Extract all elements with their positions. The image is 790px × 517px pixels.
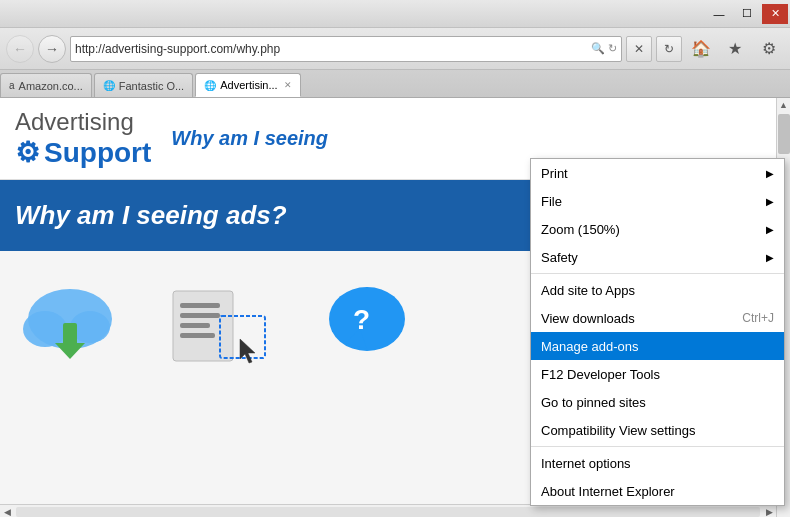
menu-item-f12-tools[interactable]: F12 Developer Tools <box>531 360 784 388</box>
svg-text:?: ? <box>353 304 370 335</box>
minimize-button[interactable]: — <box>706 4 732 24</box>
refresh-button[interactable]: ↻ <box>656 36 682 62</box>
arrow-icon: ▶ <box>766 168 774 179</box>
svg-rect-9 <box>180 333 215 338</box>
cloud-download-svg <box>15 281 125 371</box>
close-button[interactable]: ✕ <box>762 4 788 24</box>
tabs-bar: a Amazon.co... 🌐 Fantastic O... 🌐 Advert… <box>0 70 790 98</box>
tab-label-amazon: Amazon.co... <box>19 80 83 92</box>
home-button[interactable]: 🏠 <box>686 34 716 64</box>
svg-point-1 <box>23 311 67 347</box>
favorites-button[interactable]: ★ <box>720 34 750 64</box>
scroll-track[interactable] <box>16 507 760 517</box>
context-menu: Print ▶ File ▶ Zoom (150%) ▶ Safety ▶ Ad… <box>530 158 785 506</box>
title-bar: — ☐ ✕ <box>0 0 790 28</box>
tab-favicon-fantastic: 🌐 <box>103 80 115 91</box>
menu-item-go-pinned[interactable]: Go to pinned sites <box>531 388 784 416</box>
tab-label-advertising: Advertisin... <box>220 79 277 91</box>
refresh-icon: ↻ <box>608 42 617 55</box>
why-text: Why am I seeing <box>171 127 328 150</box>
scroll-up-arrow[interactable]: ▲ <box>777 98 790 112</box>
brand-block: Advertising ⚙ Support <box>15 108 151 169</box>
menu-separator-1 <box>531 273 784 274</box>
tab-amazon[interactable]: a Amazon.co... <box>0 73 92 97</box>
menu-item-internet-options[interactable]: Internet options <box>531 449 784 477</box>
content-area: Advertising ⚙ Support Why am I seeing Wh… <box>0 98 790 517</box>
shortcut-text: Ctrl+J <box>742 311 774 325</box>
menu-item-about-ie[interactable]: About Internet Explorer <box>531 477 784 505</box>
menu-item-view-downloads[interactable]: View downloads Ctrl+J <box>531 304 784 332</box>
brand-text-support: ⚙ Support <box>15 136 151 169</box>
forward-button[interactable]: → <box>38 35 66 63</box>
window-controls: — ☐ ✕ <box>706 4 788 24</box>
svg-marker-11 <box>240 339 255 363</box>
scroll-right-arrow[interactable]: ▶ <box>762 505 776 518</box>
brand-logo: Advertising ⚙ Support <box>15 108 151 169</box>
arrow-icon: ▶ <box>766 196 774 207</box>
maximize-button[interactable]: ☐ <box>734 4 760 24</box>
svg-rect-7 <box>180 313 220 318</box>
gear-icon-brand: ⚙ <box>15 136 40 169</box>
cloud-download-icon-item <box>15 281 125 371</box>
menu-item-zoom[interactable]: Zoom (150%) ▶ <box>531 215 784 243</box>
address-icons: 🔍 ↻ <box>591 42 617 55</box>
tab-fantastic[interactable]: 🌐 Fantastic O... <box>94 73 193 97</box>
document-svg <box>165 281 275 371</box>
tab-favicon-advertising: 🌐 <box>204 80 216 91</box>
arrow-icon: ▶ <box>766 252 774 263</box>
back-button[interactable]: ← <box>6 35 34 63</box>
svg-rect-6 <box>180 303 220 308</box>
address-bar[interactable]: http://advertising-support.com/why.php 🔍… <box>70 36 622 62</box>
tab-label-fantastic: Fantastic O... <box>119 80 184 92</box>
tab-close-icon[interactable]: ✕ <box>284 80 292 90</box>
chat-icon-item: ? <box>315 281 415 371</box>
menu-item-safety[interactable]: Safety ▶ <box>531 243 784 271</box>
stop-button[interactable]: ✕ <box>626 36 652 62</box>
search-icon: 🔍 <box>591 42 605 55</box>
menu-item-file[interactable]: File ▶ <box>531 187 784 215</box>
tab-advertising[interactable]: 🌐 Advertisin... ✕ <box>195 73 300 97</box>
scroll-left-arrow[interactable]: ◀ <box>0 505 14 518</box>
chat-svg: ? <box>315 281 415 371</box>
scrollbar-thumb[interactable] <box>778 114 790 154</box>
tab-favicon-amazon: a <box>9 80 15 91</box>
menu-item-print[interactable]: Print ▶ <box>531 159 784 187</box>
menu-item-compat-view[interactable]: Compatibility View settings <box>531 416 784 444</box>
navigation-bar: ← → http://advertising-support.com/why.p… <box>0 28 790 70</box>
svg-rect-8 <box>180 323 210 328</box>
arrow-icon: ▶ <box>766 224 774 235</box>
menu-item-add-site[interactable]: Add site to Apps <box>531 276 784 304</box>
tools-button[interactable]: ⚙ <box>754 34 784 64</box>
menu-separator-2 <box>531 446 784 447</box>
menu-item-manage-addons[interactable]: Manage add-ons <box>531 332 784 360</box>
brand-text-advertising: Advertising <box>15 108 151 136</box>
document-icon-item <box>165 281 275 371</box>
svg-marker-4 <box>55 343 85 359</box>
url-text: http://advertising-support.com/why.php <box>75 42 591 56</box>
